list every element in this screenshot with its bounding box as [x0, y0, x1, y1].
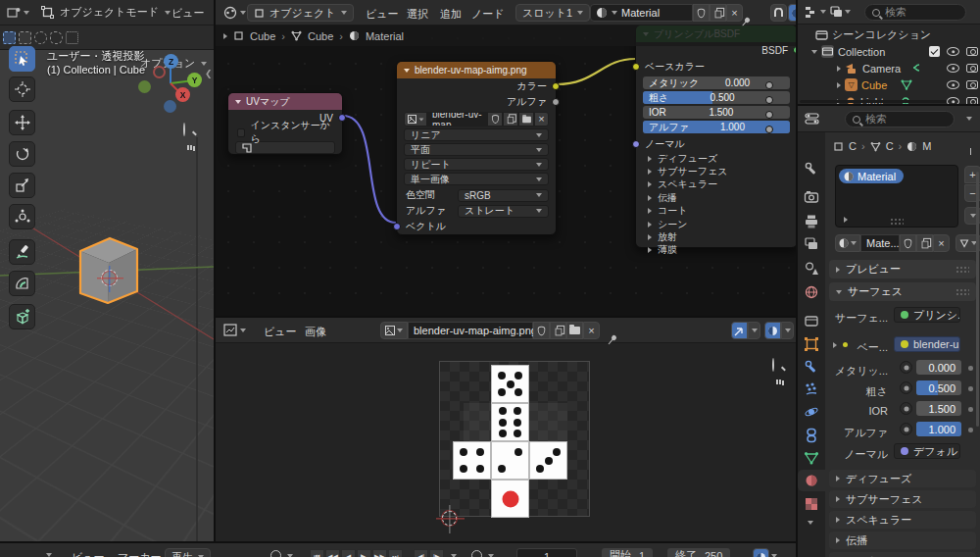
- ior-decorator[interactable]: [968, 407, 973, 412]
- pin-icon[interactable]: [744, 17, 751, 24]
- timeline-menu-marker[interactable]: マーカー: [111, 550, 169, 557]
- image-texture-node[interactable]: blender-uv-map-aimg.png カラー アルファ blender…: [396, 61, 557, 235]
- tool-scale[interactable]: [9, 173, 35, 198]
- shader-menu-add[interactable]: 追加: [433, 7, 468, 22]
- overlay-toggle-icon[interactable]: [788, 4, 796, 22]
- outliner-cube-row[interactable]: ▽ Cube: [798, 76, 980, 93]
- render-camera-icon[interactable]: [966, 64, 978, 73]
- color-output-socket[interactable]: [552, 82, 560, 90]
- ior-socket[interactable]: [765, 111, 773, 119]
- copy-icon[interactable]: [503, 112, 518, 127]
- viewport-menu-view[interactable]: ビュー: [165, 6, 212, 21]
- metallic-socket-button[interactable]: [900, 361, 912, 374]
- tool-annotate[interactable]: [9, 239, 35, 265]
- alpha-output-socket[interactable]: [552, 98, 560, 106]
- image-browse-icon[interactable]: [380, 322, 408, 339]
- hide-eye-icon[interactable]: [947, 97, 959, 104]
- section-subsurface[interactable]: サブサーフェス: [636, 165, 796, 177]
- prev-key-icon[interactable]: ◀◀: [325, 549, 340, 557]
- uv-sync-dropdown[interactable]: [748, 322, 760, 339]
- gizmo-z-neg-axis[interactable]: [164, 100, 176, 113]
- image-canvas[interactable]: [439, 361, 590, 517]
- image-menu-view[interactable]: ビュー: [257, 325, 304, 339]
- uv-output-socket[interactable]: [338, 114, 346, 122]
- select-mode-lasso-icon[interactable]: [50, 31, 63, 44]
- fake-user-shield-icon[interactable]: [487, 112, 503, 127]
- breadcrumb-material[interactable]: M: [922, 140, 931, 152]
- hide-eye-icon[interactable]: [947, 64, 959, 73]
- ior-slider[interactable]: IOR1.500: [643, 106, 790, 119]
- tab-texture[interactable]: [798, 493, 825, 515]
- tab-physics[interactable]: [798, 401, 825, 423]
- breadcrumb-object[interactable]: C: [849, 140, 857, 152]
- projection-dropdown[interactable]: 平面: [404, 143, 549, 156]
- render-camera-icon[interactable]: [966, 97, 978, 104]
- select-mode-tweak-icon[interactable]: [3, 31, 16, 44]
- surface-panel-header[interactable]: サーフェス: [829, 282, 976, 301]
- source-dropdown[interactable]: 単一画像: [404, 173, 549, 185]
- preview-panel-header[interactable]: プレビュー: [829, 260, 976, 278]
- image-pin-icon[interactable]: [611, 334, 617, 341]
- tool-move[interactable]: [9, 110, 35, 135]
- gizmo-x-neg-axis[interactable]: [153, 66, 166, 78]
- copy-icon[interactable]: [916, 234, 933, 252]
- section-subsurface[interactable]: サブサーフェス: [829, 490, 976, 508]
- breadcrumb-data[interactable]: Cube: [308, 30, 333, 42]
- ior-socket-button[interactable]: [900, 402, 912, 415]
- breadcrumb-material[interactable]: Material: [366, 30, 404, 42]
- collection-checkbox[interactable]: [929, 46, 940, 57]
- image-folder-icon[interactable]: [566, 322, 583, 339]
- image-menu-image[interactable]: 画像: [298, 325, 333, 339]
- alpha-socket-button[interactable]: [900, 423, 912, 435]
- outliner-scene-collection[interactable]: シーンコレクション: [798, 26, 980, 43]
- vector-input-socket[interactable]: [393, 223, 401, 230]
- image-name-field[interactable]: blender-uv-map-aimg.png: [408, 322, 533, 339]
- image-browse-icon[interactable]: [404, 112, 427, 127]
- tool-add-cube[interactable]: [9, 304, 35, 329]
- metallic-slider[interactable]: 0.000: [916, 360, 961, 375]
- render-camera-icon[interactable]: [966, 47, 978, 56]
- colorspace-dropdown[interactable]: sRGB: [458, 189, 549, 202]
- display-channels-icon[interactable]: [764, 322, 781, 339]
- image-name-field[interactable]: blender-uv-map...: [427, 112, 487, 127]
- nudge-right-icon[interactable]: |▶: [429, 549, 444, 557]
- section-specular[interactable]: スペキュラー: [829, 511, 976, 529]
- gizmo-z-axis[interactable]: Z: [164, 54, 178, 69]
- properties-editor[interactable]: 検索 C › C › M: [796, 104, 980, 557]
- hide-eye-icon[interactable]: [947, 80, 959, 89]
- shader-editor[interactable]: UVマップ UV インスタンサーから blender-uv-map-aimg.p…: [214, 0, 796, 316]
- outliner-collection-row[interactable]: Collection: [798, 43, 980, 60]
- material-browse-icon[interactable]: [835, 234, 860, 252]
- gizmo-y-axis[interactable]: Y: [187, 73, 202, 87]
- play-icon[interactable]: ▶: [357, 549, 371, 557]
- shader-menu-node[interactable]: ノード: [465, 7, 512, 22]
- section-specular[interactable]: スペキュラー: [636, 178, 796, 191]
- end-frame-field[interactable]: 終了250: [667, 548, 730, 557]
- timeline-view-icon[interactable]: [753, 548, 769, 557]
- uv-sync-icon[interactable]: [731, 322, 748, 339]
- properties-scrollbar[interactable]: [976, 172, 979, 427]
- image-unlink-icon[interactable]: ×: [583, 322, 600, 339]
- zoom-icon[interactable]: [183, 123, 185, 136]
- timeline-menu-play[interactable]: 再生: [165, 548, 211, 557]
- expand-icon[interactable]: [837, 66, 841, 72]
- gizmo-y-neg-axis[interactable]: [138, 80, 151, 93]
- outliner-scrollbar[interactable]: [800, 100, 947, 103]
- roughness-socket-button[interactable]: [900, 381, 912, 394]
- expand-icon[interactable]: [811, 50, 817, 54]
- image-editor-type-icon[interactable]: [223, 324, 246, 336]
- tool-transform[interactable]: [9, 204, 35, 229]
- roughness-slider[interactable]: 粗さ0.500: [643, 91, 790, 104]
- slot-list-grip[interactable]: [890, 218, 904, 225]
- properties-options-dropdown[interactable]: [966, 117, 972, 121]
- section-emission[interactable]: 放射: [636, 230, 796, 243]
- render-camera-icon[interactable]: [966, 80, 978, 89]
- shader-menu-select[interactable]: 選択: [400, 7, 435, 22]
- properties-editor-type-icon[interactable]: [805, 113, 819, 127]
- section-sheen[interactable]: シーン: [636, 218, 796, 230]
- shader-type-dropdown[interactable]: オブジェクト: [247, 4, 354, 22]
- material-slot-list[interactable]: Material: [835, 165, 958, 228]
- image-copy-icon[interactable]: [550, 322, 566, 339]
- breadcrumb-data[interactable]: C: [886, 140, 894, 152]
- section-thin-film[interactable]: 薄膜: [636, 244, 796, 257]
